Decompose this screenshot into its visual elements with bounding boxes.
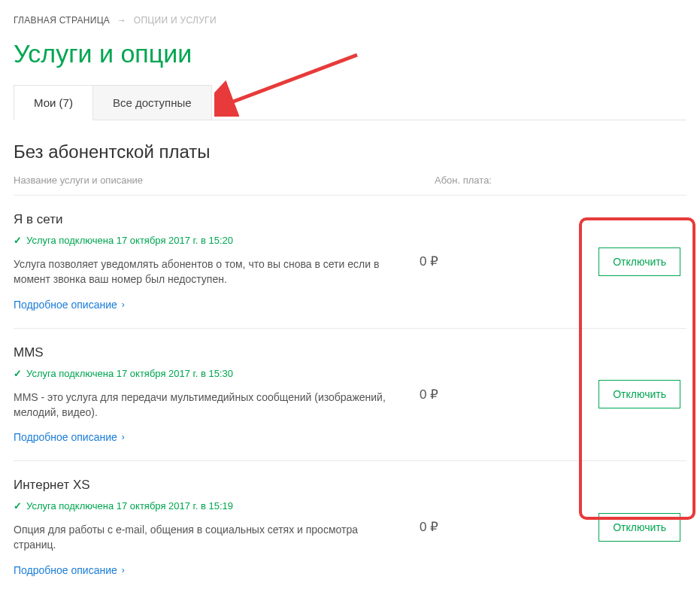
check-icon: ✓ bbox=[14, 235, 22, 246]
service-status-text: Услуга подключена 17 октября 2017 г. в 1… bbox=[26, 235, 233, 246]
tab-all-available[interactable]: Все доступные bbox=[93, 85, 212, 120]
breadcrumb-home[interactable]: ГЛАВНАЯ СТРАНИЦА bbox=[14, 15, 110, 26]
breadcrumb-current: ОПЦИИ И УСЛУГИ bbox=[134, 15, 217, 26]
check-icon: ✓ bbox=[14, 368, 22, 379]
service-title: Интернет XS bbox=[14, 478, 405, 493]
column-header-fee: Абон. плата: bbox=[435, 175, 686, 186]
service-fee: 0 ₽ bbox=[420, 387, 555, 402]
service-more-label: Подробное описание bbox=[14, 564, 117, 576]
service-more-link[interactable]: Подробное описание › bbox=[14, 299, 125, 311]
column-header-name: Название услуги и описание bbox=[14, 175, 435, 186]
service-more-label: Подробное описание bbox=[14, 299, 117, 311]
table-headers: Название услуги и описание Абон. плата: bbox=[14, 175, 686, 186]
service-title: MMS bbox=[14, 345, 405, 360]
service-fee: 0 ₽ bbox=[420, 519, 555, 535]
service-status-text: Услуга подключена 17 октября 2017 г. в 1… bbox=[26, 500, 233, 512]
service-row: Я в сети ✓ Услуга подключена 17 октября … bbox=[14, 196, 686, 329]
service-row: MMS ✓ Услуга подключена 17 октября 2017 … bbox=[14, 329, 686, 462]
service-description: Услуга позволяет уведомлять абонентов о … bbox=[14, 257, 389, 287]
service-status: ✓ Услуга подключена 17 октября 2017 г. в… bbox=[14, 368, 405, 379]
service-title: Я в сети bbox=[14, 212, 405, 227]
page-title: Услуги и опции bbox=[14, 39, 686, 68]
service-list: Я в сети ✓ Услуга подключена 17 октября … bbox=[14, 195, 686, 589]
disable-button[interactable]: Отключить bbox=[598, 380, 680, 408]
chevron-right-icon: › bbox=[122, 432, 125, 442]
service-row: Интернет XS ✓ Услуга подключена 17 октяб… bbox=[14, 461, 686, 589]
disable-button[interactable]: Отключить bbox=[598, 513, 680, 542]
breadcrumb: ГЛАВНАЯ СТРАНИЦА → ОПЦИИ И УСЛУГИ bbox=[14, 15, 686, 26]
chevron-right-icon: › bbox=[122, 565, 125, 575]
chevron-right-icon: › bbox=[122, 299, 125, 310]
service-status: ✓ Услуга подключена 17 октября 2017 г. в… bbox=[14, 235, 405, 246]
service-fee: 0 ₽ bbox=[420, 254, 555, 269]
tabs: Мои (7) Все доступные bbox=[14, 85, 686, 120]
service-more-link[interactable]: Подробное описание › bbox=[14, 564, 125, 576]
breadcrumb-arrow-icon: → bbox=[117, 15, 126, 26]
service-more-link[interactable]: Подробное описание › bbox=[14, 431, 125, 443]
disable-button[interactable]: Отключить bbox=[598, 247, 680, 276]
service-description: MMS - это услуга для передачи мультимеди… bbox=[14, 390, 389, 420]
service-status-text: Услуга подключена 17 октября 2017 г. в 1… bbox=[26, 368, 233, 379]
service-description: Опция для работы с e-mail, общения в соц… bbox=[14, 522, 389, 553]
service-more-label: Подробное описание bbox=[14, 431, 117, 443]
tab-mine[interactable]: Мои (7) bbox=[14, 85, 93, 120]
service-status: ✓ Услуга подключена 17 октября 2017 г. в… bbox=[14, 500, 405, 512]
check-icon: ✓ bbox=[14, 500, 22, 512]
section-title: Без абонентской платы bbox=[14, 141, 686, 162]
